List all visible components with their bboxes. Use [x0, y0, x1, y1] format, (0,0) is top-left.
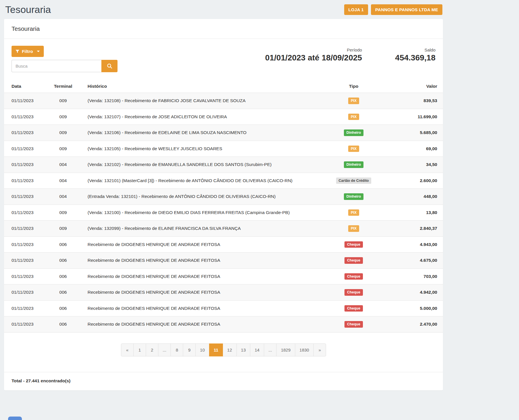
topbar-buttons: LOJA 1 PANNOS E PANNOS LTDA ME — [344, 4, 442, 15]
row-historico: (Venda: 132099) - Recebimento de ELAINE … — [79, 221, 313, 237]
col-header-tipo: Tipo — [313, 80, 394, 93]
toolbar-left: Filtro — [12, 46, 118, 72]
row-terminal: 006 — [47, 316, 79, 333]
tipo-badge: Cheque — [344, 289, 363, 296]
table-row[interactable]: 01/11/2023 006 Recebimento de DIOGENES H… — [4, 300, 443, 316]
row-tipo-cell: PIX — [313, 109, 394, 125]
tipo-badge: Cheque — [344, 257, 363, 264]
row-historico: (Venda: 132107) - Recebimento de JOSE AD… — [79, 109, 313, 125]
row-valor: 2.600,00 — [394, 173, 443, 189]
row-terminal: 006 — [47, 300, 79, 316]
table-row[interactable]: 01/11/2023 006 Recebimento de DIOGENES H… — [4, 268, 443, 285]
saldo-value: 454.369,18 — [395, 53, 435, 62]
row-terminal: 009 — [47, 205, 79, 221]
row-historico: Recebimento de DIOGENES HENRIQUE DE ANDR… — [79, 236, 313, 253]
row-valor: 5.685,00 — [394, 125, 443, 141]
page-button-13[interactable]: 13 — [236, 343, 251, 356]
page-button-1829[interactable]: 1829 — [276, 343, 295, 356]
row-date: 01/11/2023 — [4, 109, 47, 125]
row-terminal: 009 — [47, 125, 79, 141]
page-button-1[interactable]: 1 — [133, 343, 146, 356]
row-historico: (Venda: 132108) - Recebimento de FABRICI… — [79, 93, 313, 109]
search-input[interactable] — [12, 60, 101, 72]
tipo-badge: PIX — [348, 98, 359, 104]
page-button-2[interactable]: 2 — [146, 343, 158, 356]
page-prev[interactable]: « — [121, 343, 134, 356]
tipo-badge: Cartão de Crédito — [336, 177, 372, 184]
row-date: 01/11/2023 — [4, 173, 47, 189]
pagination: «12...891011121314...18291830» — [121, 343, 326, 356]
page-button-11[interactable]: 11 — [209, 343, 223, 356]
row-tipo-cell: PIX — [313, 221, 394, 237]
topbar: Tesouraria LOJA 1 PANNOS E PANNOS LTDA M… — [0, 0, 447, 19]
table-row[interactable]: 01/11/2023 006 Recebimento de DIOGENES H… — [4, 236, 443, 253]
page-button-1830[interactable]: 1830 — [295, 343, 314, 356]
row-historico: Recebimento de DIOGENES HENRIQUE DE ANDR… — [79, 268, 313, 285]
floating-widget[interactable] — [8, 417, 22, 420]
row-tipo-cell: Cheque — [313, 316, 394, 333]
row-valor: 703,00 — [394, 268, 443, 285]
table-row[interactable]: 01/11/2023 009 (Venda: 132107) - Recebim… — [4, 109, 443, 125]
row-tipo-cell: Cheque — [313, 300, 394, 316]
table-row[interactable]: 01/11/2023 006 Recebimento de DIOGENES H… — [4, 285, 443, 301]
tipo-badge: PIX — [348, 209, 359, 216]
company-button[interactable]: PANNOS E PANNOS LTDA ME — [371, 4, 442, 15]
page-next[interactable]: » — [313, 343, 326, 356]
page-button-9[interactable]: 9 — [183, 343, 196, 356]
page-button-10[interactable]: 10 — [195, 343, 209, 356]
row-tipo-cell: PIX — [313, 205, 394, 221]
funnel-icon — [16, 50, 19, 53]
table-row[interactable]: 01/11/2023 004 (Venda: 132102) - Recebim… — [4, 157, 443, 173]
row-terminal: 006 — [47, 285, 79, 301]
table-header-row: Data Terminal Histórico Tipo Valor — [4, 80, 443, 93]
row-valor: 4.943,00 — [394, 236, 443, 253]
store-button[interactable]: LOJA 1 — [344, 4, 368, 15]
page-title: Tesouraria — [5, 4, 51, 15]
row-historico: (Venda: 132100) - Recebimento de DIEGO E… — [79, 205, 313, 221]
row-terminal: 006 — [47, 268, 79, 285]
tipo-badge: Cheque — [344, 305, 363, 312]
table-row[interactable]: 01/11/2023 009 (Venda: 132105) - Recebim… — [4, 141, 443, 157]
row-date: 01/11/2023 — [4, 253, 47, 269]
col-header-valor: Valor — [394, 80, 443, 93]
tipo-badge: Cheque — [344, 273, 363, 280]
table-row[interactable]: 01/11/2023 009 (Venda: 132106) - Recebim… — [4, 125, 443, 141]
row-terminal: 004 — [47, 173, 79, 189]
table-row[interactable]: 01/11/2023 009 (Venda: 132099) - Recebim… — [4, 221, 443, 237]
page-ellipsis: ... — [264, 343, 277, 356]
row-historico: Recebimento de DIOGENES HENRIQUE DE ANDR… — [79, 300, 313, 316]
search-button[interactable] — [101, 60, 118, 72]
page-button-14[interactable]: 14 — [250, 343, 264, 356]
row-tipo-cell: PIX — [313, 141, 394, 157]
card-footer: Total - 27.441 encontrado(s) — [4, 372, 443, 390]
row-tipo-cell: Dinheiro — [313, 125, 394, 141]
row-valor: 4.942,00 — [394, 285, 443, 301]
page-button-8[interactable]: 8 — [171, 343, 183, 356]
table-row[interactable]: 01/11/2023 004 (Venda: 132101) (MasterCa… — [4, 173, 443, 189]
table-row[interactable]: 01/11/2023 009 (Venda: 132108) - Recebim… — [4, 93, 443, 109]
tipo-badge: PIX — [348, 225, 359, 232]
search-group — [12, 60, 118, 72]
row-terminal: 009 — [47, 109, 79, 125]
row-date: 01/11/2023 — [4, 157, 47, 173]
row-terminal: 004 — [47, 157, 79, 173]
row-tipo-cell: PIX — [313, 93, 394, 109]
col-header-data: Data — [4, 80, 47, 93]
filter-button[interactable]: Filtro — [12, 46, 44, 57]
table-row[interactable]: 01/11/2023 009 (Venda: 132100) - Recebim… — [4, 205, 443, 221]
row-date: 01/11/2023 — [4, 189, 47, 205]
row-historico: Recebimento de DIOGENES HENRIQUE DE ANDR… — [79, 316, 313, 333]
col-header-terminal: Terminal — [47, 80, 79, 93]
table-row[interactable]: 01/11/2023 004 (Entrada Venda: 132101) -… — [4, 189, 443, 205]
row-valor: 5.000,00 — [394, 300, 443, 316]
table-row[interactable]: 01/11/2023 006 Recebimento de DIOGENES H… — [4, 316, 443, 333]
row-date: 01/11/2023 — [4, 221, 47, 237]
row-date: 01/11/2023 — [4, 205, 47, 221]
row-terminal: 006 — [47, 253, 79, 269]
row-tipo-cell: Dinheiro — [313, 157, 394, 173]
page-button-12[interactable]: 12 — [223, 343, 237, 356]
saldo-stat: Saldo 454.369,18 — [395, 47, 435, 72]
tesouraria-card: Tesouraria Filtro — [4, 19, 443, 390]
row-tipo-cell: Cartão de Crédito — [313, 173, 394, 189]
table-row[interactable]: 01/11/2023 006 Recebimento de DIOGENES H… — [4, 253, 443, 269]
